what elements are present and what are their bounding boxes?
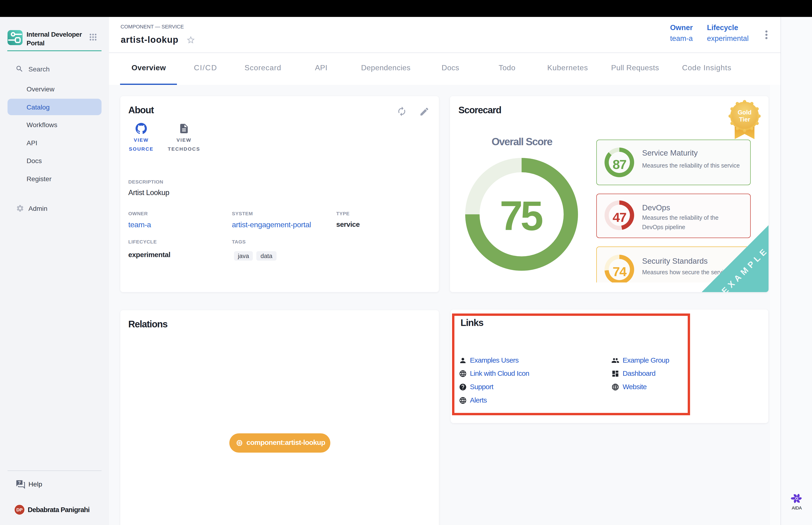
svg-text:?: ? <box>18 480 21 485</box>
svg-text:Tier: Tier <box>739 116 750 123</box>
svg-text:Gold: Gold <box>737 109 751 116</box>
